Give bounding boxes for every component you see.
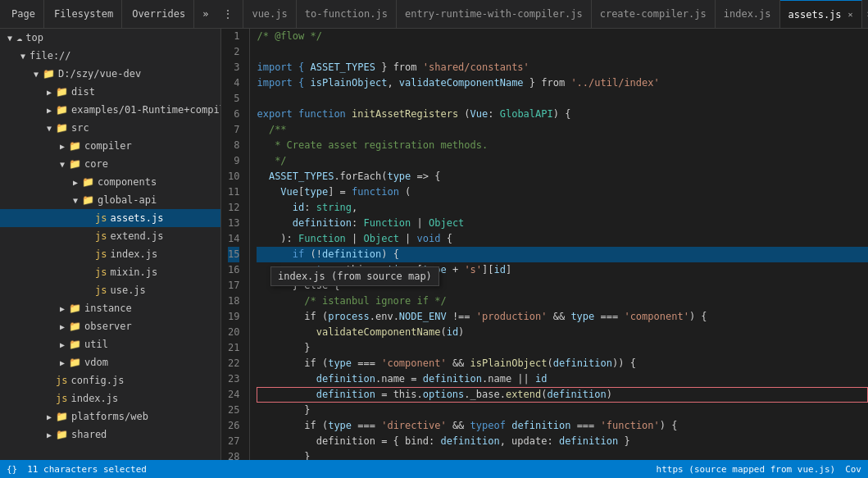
code-token: type [570,309,594,325]
code-token: ASSET_TYPES [257,169,334,184]
code-token: } [257,449,310,460]
code-line[interactable]: ): Function | Object | void { [257,231,868,247]
code-token: definition [548,387,607,403]
line-number: 11 [228,184,239,200]
code-token: Function [298,231,346,247]
code-line[interactable]: definition.name = definition.name || id [257,371,868,387]
code-line[interactable]: } [257,340,868,356]
sidebar-item-core[interactable]: ▼ 📁 core [0,155,220,173]
file-tab-tofunction[interactable]: to-function.js [297,0,397,28]
sidebar-item-instance[interactable]: ▶ 📁 instance [0,299,220,317]
code-token: if [293,247,304,262]
code-line[interactable]: if (type === 'component' && isPlainObjec… [257,356,868,371]
code-line[interactable]: /* @flow */ [257,29,868,44]
code-line[interactable]: * Create asset registration methods. [257,138,868,153]
code-line[interactable]: id: string, [257,200,868,216]
file-tab-label: vue.js [252,8,287,20]
chevron-right-icon: ▶ [56,358,69,367]
sidebar-item-vue-dev[interactable]: ▼ 📁 D:/szy/vue-dev [0,65,220,83]
sidebar-item-label: examples/01-Runtime+compiler [71,104,220,116]
sidebar-item-config[interactable]: js config.js [0,371,220,389]
sidebar-item-index-global[interactable]: js index.js [0,245,220,263]
sidebar-item-file[interactable]: ▼ file:// [0,47,220,65]
sidebar-item-extend[interactable]: js extend.js [0,227,220,245]
sidebar-item-label: instance [84,303,132,314]
tab-more-button[interactable]: » [196,0,215,28]
tab-page[interactable]: Page [3,0,44,28]
code-line[interactable]: ASSET_TYPES.forEach(type => { [257,169,868,184]
file-tab-overflow[interactable]: » [862,8,868,20]
code-token: === [352,418,381,434]
code-line[interactable]: definition = { bind: definition, update:… [257,434,868,449]
code-line[interactable]: } [257,449,868,460]
sidebar-item-components[interactable]: ▶ 📁 components [0,173,220,191]
sidebar-item-label: util [84,339,108,350]
folder-icon: 📁 [56,122,68,134]
file-tab-assets[interactable]: assets.js ✕ [780,0,862,28]
code-token: process [328,309,370,325]
main-container: ▼ ☁ top ▼ file:// ▼ 📁 D:/szy/vue-dev ▶ 📁… [0,29,868,460]
sidebar-item-assets[interactable]: js assets.js [0,209,220,227]
code-line[interactable]: definition = this.options._base.extend(d… [257,387,868,403]
sidebar-item-platforms[interactable]: ▶ 📁 platforms/web [0,407,220,426]
code-token: ): [257,231,298,247]
code-line[interactable]: if (process.env.NODE_ENV !== 'production… [257,309,868,325]
code-token: = this. [375,387,423,403]
file-tab-entry[interactable]: entry-runtime-with-compiler.js [397,0,592,28]
sidebar-item-compiler[interactable]: ▶ 📁 compiler [0,137,220,155]
status-brace-icon[interactable]: {} [7,464,17,475]
code-line[interactable]: */ [257,153,868,169]
tab-filesystem[interactable]: Filesystem [46,0,122,28]
code-line[interactable]: /* istanbul ignore if */ [257,294,868,309]
sidebar-item-observer[interactable]: ▶ 📁 observer [0,317,220,335]
code-line[interactable]: import { isPlainObject, validateComponen… [257,75,868,91]
sidebar-item-mixin[interactable]: js mixin.js [0,263,220,281]
code-token: Function [364,216,411,231]
code-line[interactable]: if (!definition) { [257,247,868,262]
code-token: ) { [660,418,678,434]
line-number: 4 [228,75,239,91]
sidebar-item-global-api[interactable]: ▼ 📁 global-api [0,191,220,209]
file-tab-vue[interactable]: vue.js [243,0,296,28]
line-number: 28 [228,449,239,460]
code-token: options [423,387,465,403]
tab-menu-dots[interactable]: ⋮ [216,8,239,20]
sidebar-item-index-root[interactable]: js index.js [0,389,220,407]
line-number: 24 [228,387,239,403]
file-tab-index[interactable]: index.js [716,0,780,28]
code-line[interactable] [257,91,868,107]
code-editor[interactable]: /* @flow */ import { ASSET_TYPES } from … [250,29,868,460]
code-line[interactable]: export function initAssetRegisters (Vue:… [257,107,868,122]
code-token: definition [423,371,482,387]
sidebar-item-dist[interactable]: ▶ 📁 dist [0,83,220,101]
folder-icon: 📁 [56,104,68,116]
folder-icon: 📁 [56,86,68,98]
code-line[interactable]: definition: Function | Object [257,216,868,231]
code-token: ] = [328,184,352,200]
code-line[interactable]: } [257,403,868,418]
sidebar-item-util[interactable]: ▶ 📁 util [0,335,220,353]
code-line[interactable]: Vue[type] = function ( [257,184,868,200]
file-tab-createcompiler[interactable]: create-compiler.js [592,0,716,28]
line-number: 9 [228,153,239,169]
code-token: ( [440,325,446,340]
code-line[interactable]: import { ASSET_TYPES } from 'shared/cons… [257,60,868,75]
code-token: } [618,434,629,449]
tab-overrides[interactable]: Overrides [124,0,194,28]
sidebar-item-examples[interactable]: ▶ 📁 examples/01-Runtime+compiler [0,101,220,119]
code-line[interactable]: if (type === 'directive' && typeof defin… [257,418,868,434]
code-token: : [304,200,316,216]
code-line[interactable]: validateComponentName(id) [257,325,868,340]
sidebar-item-vdom[interactable]: ▶ 📁 vdom [0,353,220,371]
sidebar-item-shared[interactable]: ▶ 📁 shared [0,426,220,444]
code-token: void [417,231,441,247]
chevron-down-icon: ▼ [69,196,82,205]
code-token: import { [257,60,310,75]
sidebar-item-src[interactable]: ▼ 📁 src [0,119,220,137]
code-line[interactable]: /** [257,122,868,138]
sidebar-item-top[interactable]: ▼ ☁ top [0,29,220,47]
sidebar-item-use[interactable]: js use.js [0,281,220,299]
code-token: definition [440,434,499,449]
code-line[interactable] [257,44,868,60]
file-tab-close-icon[interactable]: ✕ [848,10,853,19]
